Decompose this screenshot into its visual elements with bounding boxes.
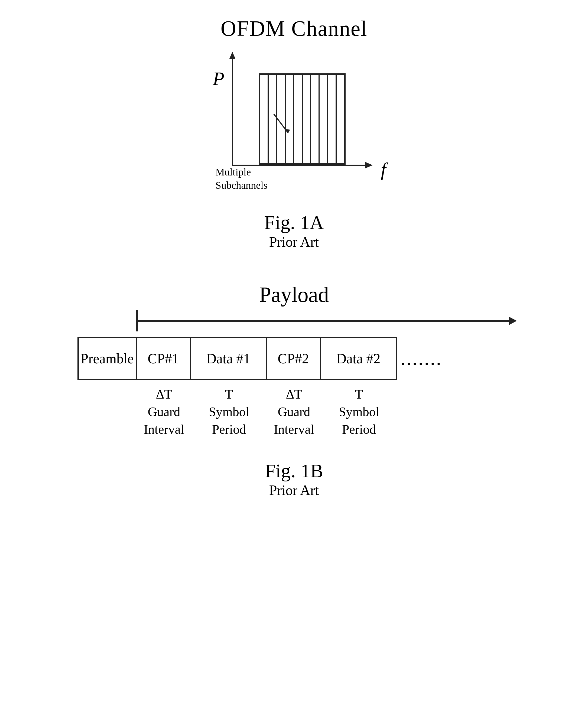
labels-row: ΔT Guard Interval T Symbol Period ΔT Gua… — [77, 386, 511, 438]
label-spacer — [77, 386, 137, 438]
cell-data2: Data #2 — [321, 337, 397, 380]
cell-cp1: CP#1 — [137, 337, 191, 380]
label-data1: T Symbol Period — [191, 386, 267, 438]
vline — [328, 75, 337, 164]
fig1a-prior: Prior Art — [264, 234, 324, 250]
subchannel-label: Multiple Subchannels — [216, 166, 268, 192]
vline — [303, 75, 311, 164]
p-label: P — [213, 68, 225, 90]
ofdm-rect-bottom — [259, 163, 346, 165]
cell-dots: ....... — [397, 337, 446, 380]
fig1a-id: Fig. 1A — [264, 212, 324, 234]
fig1b-container: Payload Preamble CP#1 Data #1 CP#2 — [0, 282, 588, 515]
payload-bar-line — [136, 310, 138, 332]
fig1a-container: OFDM Channel P f — [0, 0, 588, 250]
cell-data1: Data #1 — [191, 337, 267, 380]
label-data2: T Symbol Period — [321, 386, 397, 438]
label-cp2: ΔT Guard Interval — [267, 386, 321, 438]
vline — [319, 75, 328, 164]
fig1b-prior: Prior Art — [264, 482, 323, 498]
cell-cp2: CP#2 — [267, 337, 321, 380]
subchannel-arrow-svg — [221, 98, 297, 146]
fig1a-caption: Fig. 1A Prior Art — [264, 212, 324, 250]
payload-section: Payload Preamble CP#1 Data #1 CP#2 — [77, 282, 511, 438]
page: OFDM Channel P f — [0, 0, 588, 704]
fig1b-caption: Fig. 1B Prior Art — [264, 460, 323, 498]
label-cp1: ΔT Guard Interval — [137, 386, 191, 438]
fig1a-title: OFDM Channel — [221, 16, 367, 41]
vline — [337, 75, 344, 164]
fig1b-id: Fig. 1B — [264, 460, 323, 482]
vline — [311, 75, 319, 164]
payload-title: Payload — [77, 282, 511, 307]
f-label: f — [381, 159, 386, 180]
payload-arrow-line — [138, 320, 511, 322]
cell-preamble: Preamble — [77, 337, 137, 380]
ofdm-chart: P f — [199, 52, 389, 192]
packet-row: Preamble CP#1 Data #1 CP#2 Data #2 .....… — [77, 337, 511, 380]
payload-arrow-row — [77, 310, 511, 332]
